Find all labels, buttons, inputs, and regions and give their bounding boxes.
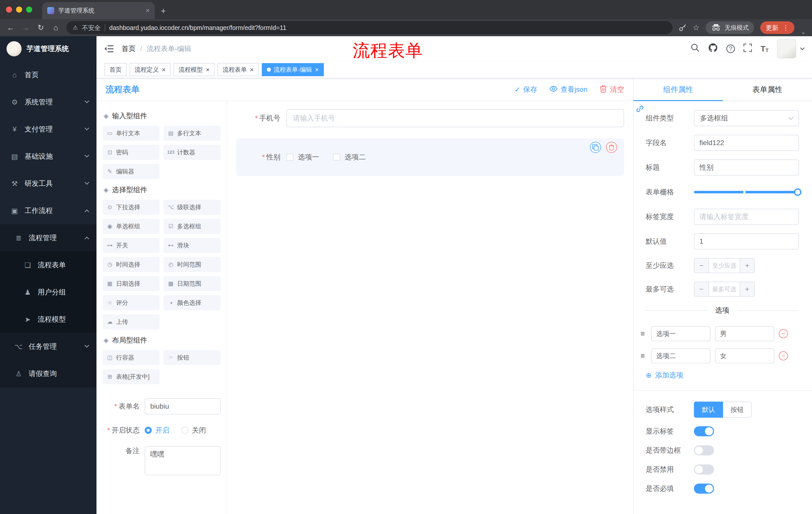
- sidebar-item-process-management[interactable]: ≣ 流程管理: [0, 224, 96, 251]
- back-button[interactable]: ←: [6, 24, 15, 31]
- sidebar-item-system-management[interactable]: ⚙ 系统管理: [0, 88, 96, 116]
- palette-chip-single-line-text[interactable]: ▭单行文本: [103, 126, 160, 141]
- tab-component-properties[interactable]: 组件属性: [634, 78, 723, 101]
- increase-button[interactable]: +: [740, 259, 754, 273]
- palette-chip-table[interactable]: ⊞表格[开发中]: [103, 369, 160, 384]
- border-switch[interactable]: [694, 445, 714, 455]
- password-key-icon[interactable]: [678, 24, 687, 32]
- palette-chip-time-picker[interactable]: ◷时间选择: [103, 257, 160, 272]
- sidebar-item-user-group[interactable]: ♟ 用户分组: [0, 279, 96, 306]
- sidebar-item-leave-query[interactable]: ♙ 请假查询: [0, 360, 96, 387]
- palette-chip-editor[interactable]: ✎编辑器: [103, 164, 160, 179]
- home-button[interactable]: ⌂: [51, 24, 60, 31]
- sidebar-item-workflow[interactable]: ▣ 工作流程: [0, 197, 96, 224]
- tag-process-form[interactable]: 流程表单 ×: [218, 63, 259, 76]
- title-input[interactable]: [694, 159, 799, 175]
- search-icon[interactable]: [691, 43, 700, 54]
- palette-chip-date-range[interactable]: ▩日期范围: [164, 276, 221, 291]
- tab-close-icon[interactable]: ×: [146, 7, 150, 14]
- update-button[interactable]: 更新 ⋮: [760, 21, 794, 34]
- increase-button[interactable]: +: [740, 282, 754, 296]
- status-on-radio[interactable]: 开启: [145, 426, 169, 435]
- help-icon[interactable]: ?: [726, 45, 735, 53]
- delete-field-button[interactable]: [606, 142, 617, 153]
- default-value-input[interactable]: [694, 233, 799, 249]
- new-tab-button[interactable]: +: [161, 6, 166, 15]
- tag-process-form-edit[interactable]: 流程表单-编辑 ×: [262, 63, 324, 76]
- tag-home[interactable]: 首页: [105, 63, 127, 76]
- palette-chip-radio-group[interactable]: ◉单选框组: [103, 219, 160, 234]
- decrease-button[interactable]: −: [694, 282, 709, 296]
- component-type-select[interactable]: 多选框组: [694, 110, 799, 126]
- status-off-radio[interactable]: 关闭: [181, 426, 206, 435]
- gender-field-selected[interactable]: *性别 选项一 选项二: [236, 138, 624, 176]
- view-json-button[interactable]: 查看json: [549, 85, 587, 94]
- drag-handle-icon[interactable]: ≡: [639, 352, 647, 360]
- remove-option-button[interactable]: −: [779, 351, 788, 360]
- breadcrumb-home[interactable]: 首页: [122, 44, 136, 54]
- sidebar-item-payment-management[interactable]: ¥ 支付管理: [0, 116, 96, 143]
- bookmark-star-icon[interactable]: ☆: [693, 24, 699, 31]
- fullscreen-icon[interactable]: [744, 44, 752, 54]
- palette-chip-row-container[interactable]: ◫行容器: [103, 350, 160, 365]
- sidebar-item-infrastructure[interactable]: ▤ 基础设施: [0, 143, 96, 170]
- option-2-value-input[interactable]: [715, 348, 774, 363]
- slider-handle[interactable]: [794, 188, 802, 196]
- gender-option-1-checkbox[interactable]: 选项一: [286, 153, 319, 162]
- show-label-switch[interactable]: [694, 426, 714, 436]
- field-name-input[interactable]: [694, 135, 799, 151]
- palette-chip-multi-line-text[interactable]: ▤多行文本: [164, 126, 221, 141]
- copy-field-button[interactable]: [590, 142, 601, 153]
- form-grid-slider[interactable]: [694, 184, 799, 200]
- tag-close-icon[interactable]: ×: [206, 66, 209, 73]
- tag-close-icon[interactable]: ×: [315, 66, 319, 73]
- palette-chip-counter[interactable]: 123计数器: [164, 145, 221, 160]
- sidebar-item-task-management[interactable]: ⌥ 任务管理: [0, 333, 96, 360]
- font-size-icon[interactable]: TT: [760, 45, 768, 53]
- tag-close-icon[interactable]: ×: [250, 66, 254, 73]
- form-remark-textarea[interactable]: 嘿嘿: [145, 446, 221, 475]
- phone-input[interactable]: [286, 109, 624, 127]
- github-icon[interactable]: [708, 43, 718, 55]
- palette-chip-password[interactable]: ⊡密码: [103, 145, 160, 160]
- palette-chip-date-picker[interactable]: ▦日期选择: [103, 276, 160, 291]
- reload-button[interactable]: ↻: [36, 24, 45, 31]
- user-avatar[interactable]: [777, 39, 796, 58]
- add-option-button[interactable]: ⊕ 添加选项: [646, 371, 799, 380]
- tag-process-model[interactable]: 流程模型 ×: [174, 63, 214, 76]
- option-2-label-input[interactable]: [651, 348, 710, 363]
- palette-chip-button[interactable]: ☞按钮: [164, 350, 221, 365]
- link-icon[interactable]: [636, 105, 644, 113]
- form-name-input[interactable]: [145, 398, 221, 414]
- gender-option-2-checkbox[interactable]: 选项二: [333, 153, 366, 162]
- sidebar-toggle-icon[interactable]: [105, 45, 114, 53]
- drag-handle-icon[interactable]: ≡: [639, 329, 647, 338]
- option-style-default-button[interactable]: 默认: [694, 402, 723, 418]
- phone-field[interactable]: *手机号: [236, 109, 624, 127]
- palette-chip-upload[interactable]: ☁上传: [103, 314, 160, 329]
- palette-chip-color-picker[interactable]: ◑颜色选择: [164, 295, 221, 310]
- browser-menu-icon[interactable]: ⋮: [782, 24, 789, 32]
- window-minimize-button[interactable]: [16, 6, 22, 12]
- palette-chip-time-range[interactable]: ◴时间范围: [164, 257, 221, 272]
- palette-chip-rate[interactable]: ☆评分: [103, 295, 160, 310]
- toolbar-caret-icon[interactable]: ⌄: [801, 28, 806, 36]
- remove-option-button[interactable]: −: [779, 329, 788, 338]
- required-switch[interactable]: [694, 484, 714, 494]
- label-width-input[interactable]: [694, 209, 799, 225]
- save-button[interactable]: ✓ 保存: [514, 85, 537, 94]
- tab-form-properties[interactable]: 表单属性: [723, 78, 812, 101]
- option-1-label-input[interactable]: [651, 326, 710, 341]
- palette-chip-cascader[interactable]: ⌥级联选择: [164, 200, 221, 215]
- browser-tab[interactable]: 芋道管理系统 ×: [42, 2, 155, 19]
- sidebar-item-process-model[interactable]: ➤ 流程模型: [0, 306, 96, 333]
- decrease-button[interactable]: −: [694, 259, 709, 273]
- address-bar[interactable]: ⚠ 不安全 dashboard.yudao.iocoder.cn/bpm/man…: [66, 21, 672, 34]
- clear-button[interactable]: 清空: [600, 85, 624, 94]
- palette-chip-checkbox-group[interactable]: ☑多选框组: [164, 219, 221, 234]
- sidebar-item-home[interactable]: ⌂ 首页: [0, 61, 96, 88]
- palette-chip-switch[interactable]: ⊶开关: [103, 238, 160, 253]
- tag-process-definition[interactable]: 流程定义 ×: [129, 63, 171, 76]
- option-style-button-button[interactable]: 按钮: [723, 402, 752, 418]
- avatar-caret-icon[interactable]: [800, 46, 805, 50]
